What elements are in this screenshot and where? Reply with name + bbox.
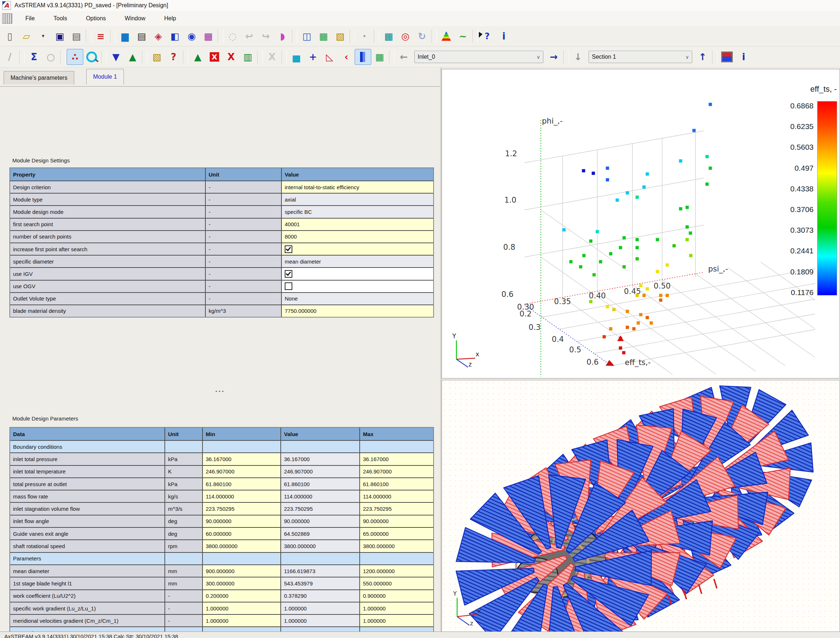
new-document-button[interactable]: ▯ [2,28,18,44]
value-cell[interactable]: 7750.000000 [282,305,433,317]
max-cell[interactable]: 1.000000 [360,603,433,614]
tab-machine-s-parameters[interactable]: Machine's parameters [4,71,74,84]
project-box-button[interactable]: ▧ [148,49,165,65]
checkbox[interactable] [285,245,292,253]
min-cell[interactable]: 90.000000 [203,516,281,527]
delete-cell-button[interactable]: X [206,49,223,65]
value-cell[interactable]: 0.378290 [281,590,360,602]
screenshot-button[interactable] [718,49,735,65]
min-cell[interactable]: 300.000000 [203,578,281,589]
min-cell[interactable]: 900.000000 [203,565,281,577]
tab-module-1[interactable]: Module 1 [86,69,124,84]
max-cell[interactable]: 61.860100 [360,478,433,490]
project-cube-button[interactable]: ▧ [332,28,349,44]
down-section-button[interactable]: ↓ [570,49,586,65]
turbine-3d-canvas[interactable]: Yxz [442,380,840,638]
min-cell[interactable]: 1.000000 [203,615,281,626]
checkbox[interactable] [285,270,292,278]
prev-point-button[interactable]: ← [396,49,412,65]
max-cell[interactable]: 0.900000 [360,590,433,602]
zoom-button[interactable] [83,49,100,65]
mini-chart-button[interactable]: ▅ [288,49,305,65]
value-cell[interactable]: 246.907000 [281,466,360,477]
analysis-triangle-button[interactable] [438,28,455,44]
value-cell[interactable]: axial [282,193,433,205]
value-cell[interactable] [282,280,433,292]
value-cell[interactable]: 36.167000 [281,453,360,465]
delete-button[interactable]: X [223,49,240,65]
max-cell[interactable]: 550.000000 [360,578,433,589]
undo-button-disabled[interactable]: ↩ [241,28,257,44]
document-window-icon[interactable] [2,13,12,24]
max-cell[interactable]: 114.000000 [360,491,433,502]
value-cell[interactable]: None [282,293,433,304]
menu-options[interactable]: Options [76,15,115,22]
value-cell[interactable]: 1.000000 [281,615,360,626]
value-cell[interactable]: 1.000000 [281,603,360,614]
scatter-plot-canvas[interactable]: phi_,-psi_,-eff_ts,-1.21.00.80.60.300.35… [442,69,840,378]
min-cell[interactable]: 1.000000 [203,603,281,614]
target-button[interactable]: ◎ [397,28,414,44]
multi-chart-button[interactable]: ◫ [298,28,315,44]
disc-view-button[interactable]: ◉ [183,28,200,44]
next-point-button[interactable]: → [546,49,562,65]
flag-angle-button[interactable]: ‹ [338,49,355,65]
value-cell[interactable]: internal total-to-static efficiency [282,181,433,193]
optimization-curve-button[interactable]: ∼ [455,28,471,44]
columns-table-button[interactable]: ▦ [200,28,216,44]
value-cell[interactable]: 8000 [282,231,433,242]
value-cell[interactable]: specific BC [282,206,433,217]
context-help-button[interactable]: ? [479,28,496,44]
print-button[interactable]: ▤ [68,28,85,44]
value-cell[interactable]: 223.750295 [281,503,360,515]
blade-cascade-button[interactable]: ◈ [150,28,167,44]
menu-file[interactable]: File [16,15,44,22]
export-up-button[interactable]: ▲ [124,49,141,65]
value-cell[interactable]: 543.453979 [281,578,360,589]
save-button[interactable]: ▣ [51,28,68,44]
blade-view-button[interactable] [355,49,371,65]
data-table-button[interactable]: ▦ [371,49,388,65]
open-file-button[interactable]: ▱ [18,28,35,44]
disabled-dot-button[interactable]: · [356,28,373,44]
bar-chart-button[interactable]: ▆ [117,28,133,44]
section-combobox[interactable]: Section 1∨ [589,51,692,63]
max-cell[interactable]: 90.000000 [360,516,433,527]
menu-tools[interactable]: Tools [44,15,76,22]
menu-help[interactable]: Help [155,15,185,22]
max-cell[interactable]: 1.000000 [360,615,433,626]
max-cell[interactable]: 36.167000 [360,453,433,465]
panel-splitter[interactable]: ··· [0,388,440,395]
min-cell[interactable]: 0.200000 [203,590,281,602]
min-cell[interactable]: 3800.000000 [203,540,281,552]
value-cell[interactable]: 61.860100 [281,478,360,490]
calculator-button[interactable]: ▦ [381,28,397,44]
x-button-disabled[interactable]: X [264,49,280,65]
min-cell[interactable]: 60.000000 [203,528,281,540]
max-cell[interactable]: 246.907000 [360,466,433,477]
value-cell[interactable] [282,243,433,255]
value-cell[interactable]: 3800.000000 [281,540,360,552]
move-cross-button[interactable]: + [305,49,321,65]
scatter-chart-button[interactable]: ∴ [67,49,83,65]
value-cell[interactable]: 40001 [282,218,433,230]
ring-button[interactable]: ○ [43,49,59,65]
menu-window[interactable]: Window [115,15,155,22]
colored-table-button[interactable]: ▦ [315,28,332,44]
add-points-button[interactable]: ▲ [189,49,206,65]
export-curve-button[interactable]: ◗ [274,28,291,44]
min-cell[interactable]: 223.750295 [203,503,281,515]
inlet-combobox[interactable]: Inlet_0∨ [414,51,543,63]
max-cell[interactable]: 1200.000000 [360,565,433,577]
max-cell[interactable]: 65.000000 [360,528,433,540]
min-cell[interactable]: 246.907000 [203,466,281,477]
info-button-2[interactable]: i [735,49,752,65]
max-cell[interactable]: 223.750295 [360,503,433,515]
min-cell[interactable]: 36.167000 [203,453,281,465]
pencil-button-disabled[interactable]: / [2,49,18,65]
delta-triangle-button[interactable]: ◺ [321,49,338,65]
min-cell[interactable]: 114.000000 [203,491,281,502]
value-cell[interactable]: 114.000000 [281,491,360,502]
value-cell[interactable] [282,268,433,280]
min-cell[interactable]: 61.860100 [203,478,281,490]
